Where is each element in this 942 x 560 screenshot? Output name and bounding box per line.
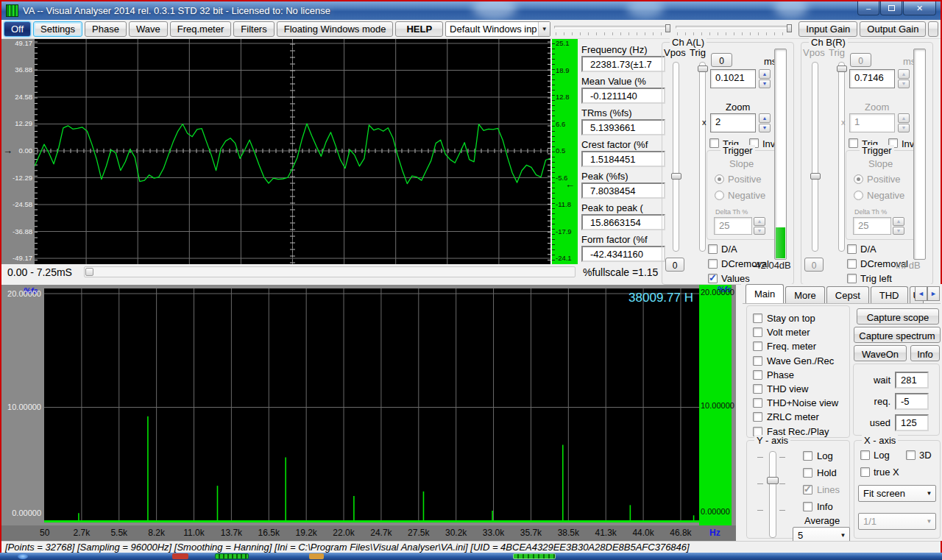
delta-th-input[interactable]: 25 <box>853 217 891 235</box>
output-gain-slider[interactable] <box>674 23 793 36</box>
checkbox[interactable] <box>753 370 762 380</box>
hold-checkbox[interactable] <box>803 468 812 478</box>
scrollbar-thumb[interactable] <box>85 268 93 276</box>
slope-negative-radio[interactable] <box>715 191 724 200</box>
vpos-reset-button[interactable]: 0 <box>804 258 824 272</box>
delta-th-spinner[interactable]: ▲▼ <box>754 217 765 235</box>
checkbox[interactable] <box>753 356 762 366</box>
tab-cepst[interactable]: Cepst <box>826 286 869 303</box>
toolbar-button-settings[interactable]: Settings <box>33 21 82 37</box>
delta-th-label: Delta Th % <box>854 208 887 216</box>
capture-scope-button[interactable]: Capture scope <box>857 308 939 325</box>
capture-spectrum-button[interactable]: Capture spectrum <box>854 327 941 343</box>
toolbar-button-filters[interactable]: Filters <box>233 21 274 37</box>
close-button[interactable]: ✕ <box>903 1 936 15</box>
title-bar[interactable]: VA -- Visual Analyser 2014 rel. 0.3.1 ST… <box>1 1 941 20</box>
msd-input[interactable]: 0.7146 <box>849 69 895 88</box>
toggle-stay-on-top[interactable]: Stay on top <box>753 311 849 325</box>
y-log-checkbox[interactable] <box>803 451 812 461</box>
scope-scrollbar[interactable] <box>84 266 576 277</box>
checkbox[interactable] <box>753 384 762 394</box>
input-device-combo[interactable]: Default Windows inp ▼ <box>445 21 550 37</box>
toolbar-overflow-button[interactable] <box>928 21 938 37</box>
divider-combo[interactable]: 1/1 ▼ <box>858 513 936 530</box>
info-button[interactable]: Info <box>910 345 940 361</box>
toolbar-button-help[interactable]: HELP <box>395 21 443 37</box>
checkbox[interactable] <box>753 313 762 323</box>
dcremoval-checkbox[interactable] <box>708 259 718 269</box>
toggle-freq-meter[interactable]: Freq. meter <box>753 339 849 353</box>
values-checkbox[interactable] <box>708 274 718 283</box>
x-log-checkbox[interactable] <box>860 450 870 460</box>
msd-spinner[interactable]: ▲▼ <box>759 69 771 88</box>
start-orb-icon[interactable] <box>18 553 28 559</box>
vpos-slider[interactable] <box>673 62 679 252</box>
toolbar-button-wave[interactable]: Wave <box>129 21 168 37</box>
toggle-thd-view[interactable]: THD view <box>753 382 849 396</box>
trig-checkbox[interactable] <box>709 138 719 148</box>
vpos-reset-button[interactable]: 0 <box>665 258 684 272</box>
da-checkbox[interactable] <box>708 244 718 254</box>
wave-on-button[interactable]: WaveOn <box>854 345 907 361</box>
trig-slider[interactable] <box>699 62 706 252</box>
trig-checkbox[interactable] <box>849 138 858 148</box>
tab-main[interactable]: Main <box>746 284 784 303</box>
trig-reset-button[interactable]: 0 <box>711 53 732 67</box>
taskbar-item[interactable] <box>309 553 324 559</box>
y-scale-slider[interactable] <box>769 451 776 538</box>
toggle-phase[interactable]: Phase <box>753 368 849 382</box>
zoom-spinner[interactable]: ▲▼ <box>898 113 910 132</box>
msd-input[interactable]: 0.1021 <box>710 69 756 88</box>
spectrum-plot[interactable] <box>44 288 699 522</box>
trig-reset-button[interactable]: 0 <box>850 53 871 67</box>
checkbox[interactable] <box>753 341 762 351</box>
trig-left-checkbox[interactable] <box>847 274 857 283</box>
oscilloscope-plot[interactable] <box>35 39 550 264</box>
taskbar-item-va[interactable] <box>215 553 249 559</box>
checkbox[interactable] <box>753 327 762 337</box>
output-gain-button[interactable]: Output Gain <box>860 21 926 37</box>
toggle-thd-noise-view[interactable]: THD+Noise view <box>753 396 849 410</box>
toggle-zrlc-meter[interactable]: ZRLC meter <box>753 410 849 424</box>
vpos-slider[interactable] <box>812 62 818 252</box>
tab-scroll-left-icon[interactable]: ◄ <box>915 286 927 301</box>
trig-label: Trig <box>690 47 706 58</box>
lines-checkbox[interactable] <box>803 485 812 495</box>
delta-th-input[interactable]: 25 <box>714 217 752 235</box>
checkbox[interactable] <box>753 412 762 422</box>
checkbox[interactable] <box>753 398 762 408</box>
slope-positive-radio[interactable] <box>715 174 724 184</box>
toolbar-button-phase[interactable]: Phase <box>85 21 127 37</box>
toolbar-button-freq-meter[interactable]: Freq.meter <box>170 21 232 37</box>
toggle-wave-gen-rec[interactable]: Wave Gen./Rec <box>753 354 849 368</box>
windows-taskbar[interactable] <box>0 553 942 560</box>
toolbar-button-floating-windows-mode[interactable]: Floating Windows mode <box>277 21 394 37</box>
msd-spinner[interactable]: ▲▼ <box>898 69 910 88</box>
fit-screen-combo[interactable]: Fit screen ▼ <box>858 485 936 502</box>
toggle-volt-meter[interactable]: Volt meter <box>753 325 849 339</box>
da-checkbox[interactable] <box>847 244 857 254</box>
slider-thumb[interactable] <box>787 24 792 32</box>
dcremoval-checkbox[interactable] <box>847 259 857 269</box>
trig-slider[interactable] <box>838 62 845 252</box>
slope-positive-radio[interactable] <box>854 174 863 184</box>
maximize-button[interactable] <box>880 1 902 15</box>
taskbar-item-active[interactable] <box>513 553 556 559</box>
3d-checkbox[interactable] <box>906 450 916 460</box>
tab-thd[interactable]: THD <box>871 286 908 303</box>
zoom-input[interactable]: 1 <box>849 113 895 132</box>
slider-thumb[interactable] <box>665 24 670 32</box>
toolbar-button-off[interactable]: Off <box>4 21 31 37</box>
minimize-button[interactable]: – <box>857 1 879 15</box>
zoom-input[interactable]: 2 <box>710 113 756 132</box>
tab-more[interactable]: More <box>785 286 825 303</box>
tab-scroll-right-icon[interactable]: ► <box>927 286 940 301</box>
taskbar-item[interactable] <box>172 553 188 559</box>
input-gain-button[interactable]: Input Gain <box>798 21 857 37</box>
delta-th-spinner[interactable]: ▲▼ <box>893 217 904 235</box>
zoom-spinner[interactable]: ▲▼ <box>759 113 771 132</box>
slope-negative-radio[interactable] <box>854 191 863 200</box>
input-gain-slider[interactable] <box>553 23 672 36</box>
truex-checkbox[interactable] <box>860 467 870 477</box>
y-info-checkbox[interactable] <box>803 502 812 511</box>
